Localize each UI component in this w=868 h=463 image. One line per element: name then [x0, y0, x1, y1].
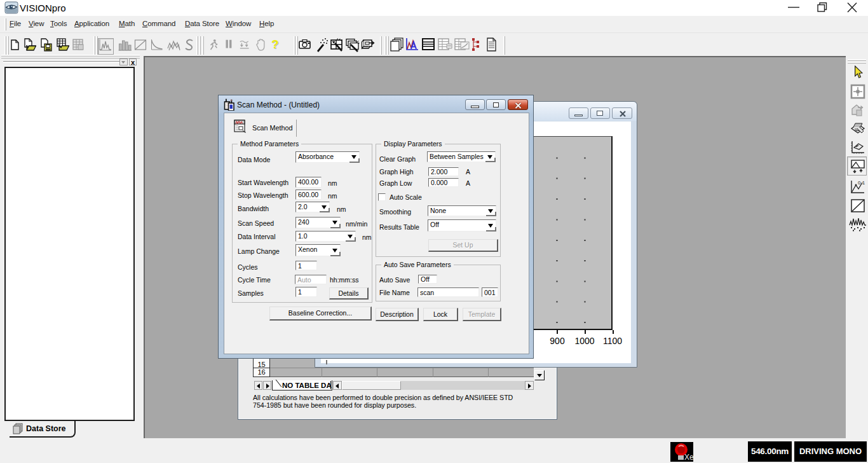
svg-text:Xe: Xe [684, 453, 693, 462]
svg-text:0.1: 0.1 [858, 180, 865, 186]
